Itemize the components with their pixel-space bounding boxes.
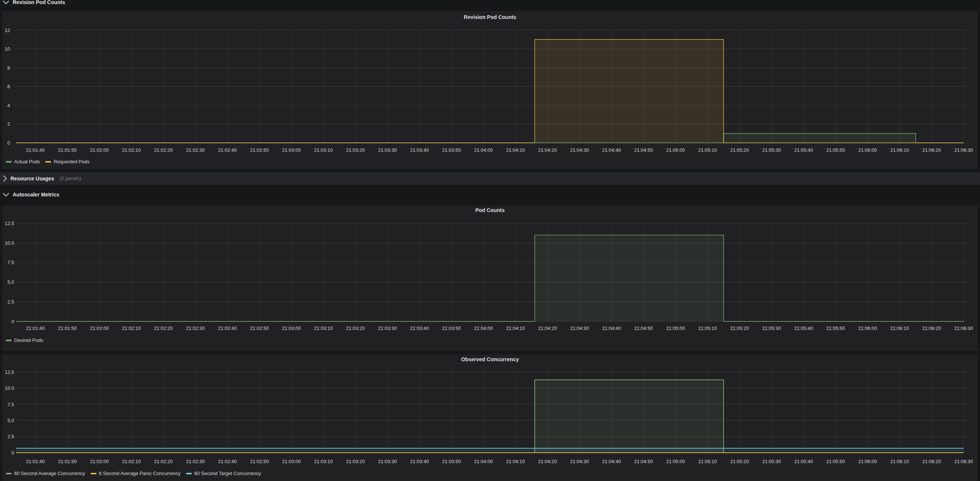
revision-pod-counts-chart[interactable]: 21:01:4021:01:5021:02:0021:02:1021:02:20…	[0, 11, 980, 169]
x-tick-label: 21:01:40	[26, 325, 45, 331]
row-resource-usages[interactable]: Resource Usages (2 panels)	[0, 172, 980, 184]
y-tick-label: 0	[8, 140, 10, 146]
legend-label: 6 Second Average Panic Concurrency	[99, 471, 181, 476]
x-tick-label: 21:03:30	[378, 325, 397, 331]
x-tick-label: 21:02:20	[154, 459, 173, 464]
x-tick-label: 21:05:00	[666, 325, 685, 331]
x-tick-label: 21:01:50	[58, 325, 77, 331]
legend-item[interactable]: 60 Second Average Concurrency	[6, 471, 85, 476]
chevron-down-icon	[3, 192, 9, 197]
series-line	[16, 235, 964, 321]
x-tick-label: 21:04:40	[602, 147, 621, 153]
pod-counts-chart[interactable]: 21:01:4021:01:5021:02:0021:02:1021:02:20…	[0, 206, 980, 351]
x-tick-label: 21:02:40	[218, 147, 237, 153]
x-tick-label: 21:04:30	[570, 147, 589, 153]
legend-label: Requested Pods	[54, 159, 89, 164]
x-tick-label: 21:05:20	[730, 147, 749, 153]
x-tick-label: 21:05:50	[826, 459, 845, 464]
legend-item[interactable]: Desired Pods	[6, 337, 43, 343]
x-tick-label: 21:02:00	[90, 325, 109, 331]
series-color-swatch	[6, 161, 11, 163]
legend-item[interactable]: 6 Second Average Panic Concurrency	[91, 471, 181, 476]
x-tick-label: 21:05:40	[794, 325, 813, 331]
series-color-swatch	[6, 473, 11, 474]
x-tick-label: 21:03:40	[410, 325, 429, 331]
x-tick-label: 21:04:00	[474, 459, 493, 464]
series-line	[16, 40, 964, 143]
y-tick-label: 10.0	[5, 240, 14, 246]
panel-revision-pod-counts: Revision Pod Counts 21:01:4021:01:5021:0…	[2, 11, 978, 169]
y-tick-label: 8	[8, 65, 10, 71]
x-tick-label: 21:05:10	[698, 147, 717, 153]
y-tick-label: 6	[8, 84, 10, 89]
x-tick-label: 21:03:50	[442, 147, 461, 153]
x-tick-label: 21:02:20	[154, 325, 173, 331]
series-color-swatch	[91, 473, 96, 474]
y-tick-label: 4	[8, 103, 10, 108]
row-title: Autoscaler Metrics	[13, 192, 59, 198]
x-tick-label: 21:04:50	[634, 459, 653, 464]
series-fill	[16, 448, 964, 453]
x-tick-label: 21:03:00	[282, 147, 301, 153]
x-tick-label: 21:06:30	[954, 459, 973, 464]
chevron-right-icon	[3, 175, 7, 182]
legend-item[interactable]: Requested Pods	[45, 159, 89, 164]
y-tick-label: 0	[11, 450, 14, 456]
y-tick-label: 2.5	[8, 434, 14, 439]
x-tick-label: 21:04:10	[506, 147, 525, 153]
x-tick-label: 21:05:10	[698, 325, 717, 331]
x-tick-label: 21:05:30	[762, 325, 781, 331]
x-tick-label: 21:04:20	[538, 459, 557, 464]
x-tick-label: 21:01:50	[58, 147, 77, 153]
series-fill	[16, 40, 964, 143]
x-tick-label: 21:02:30	[186, 147, 205, 153]
y-tick-label: 7.5	[8, 402, 14, 407]
series-fill	[16, 235, 964, 321]
x-tick-label: 21:02:40	[218, 325, 237, 331]
y-tick-label: 7.5	[8, 260, 14, 265]
chevron-down-icon	[3, 0, 9, 5]
x-tick-label: 21:03:50	[442, 459, 461, 464]
chart-legend: Actual PodsRequested Pods	[6, 159, 90, 164]
x-tick-label: 21:06:20	[922, 147, 941, 153]
legend-label: Actual Pods	[14, 159, 40, 164]
x-tick-label: 21:03:20	[346, 147, 365, 153]
x-tick-label: 21:02:10	[122, 325, 141, 331]
x-tick-label: 21:02:00	[90, 147, 109, 153]
x-tick-label: 21:03:00	[282, 459, 301, 464]
x-tick-label: 21:05:10	[698, 459, 717, 464]
x-tick-label: 21:04:10	[506, 325, 525, 331]
x-tick-label: 21:04:40	[602, 459, 621, 464]
series-line	[16, 380, 964, 453]
x-tick-label: 21:06:10	[890, 147, 909, 153]
legend-label: 60 Second Average Concurrency	[14, 471, 85, 476]
x-tick-label: 21:04:50	[634, 147, 653, 153]
x-tick-label: 21:03:20	[346, 459, 365, 464]
grafana-dashboard: { "theme": { "page_bg": "#161719", "pane…	[0, 0, 980, 481]
x-tick-label: 21:04:30	[570, 325, 589, 331]
row-autoscaler-metrics[interactable]: Autoscaler Metrics	[0, 189, 980, 200]
legend-item[interactable]: 60 Second Target Concurrency	[186, 471, 261, 476]
row-revision-pod-counts[interactable]: Revision Pod Counts	[0, 0, 980, 7]
x-tick-label: 21:05:50	[826, 147, 845, 153]
x-tick-label: 21:03:00	[282, 325, 301, 331]
x-tick-label: 21:06:00	[858, 147, 877, 153]
row-title: Resource Usages	[10, 176, 54, 181]
x-tick-label: 21:04:40	[602, 325, 621, 331]
x-tick-label: 21:03:10	[314, 459, 333, 464]
x-tick-label: 21:05:40	[794, 147, 813, 153]
y-tick-label: 12.5	[5, 221, 14, 226]
panel-observed-concurrency: Observed Concurrency 21:01:4021:01:5021:…	[2, 354, 978, 481]
x-tick-label: 21:02:30	[186, 459, 205, 464]
legend-label: 60 Second Target Concurrency	[194, 471, 261, 476]
x-tick-label: 21:03:40	[410, 147, 429, 153]
y-tick-label: 12	[5, 27, 10, 33]
series-color-swatch	[186, 473, 192, 474]
x-tick-label: 21:05:40	[794, 459, 813, 464]
y-tick-label: 0	[11, 319, 14, 324]
observed-concurrency-chart[interactable]: 21:01:4021:01:5021:02:0021:02:1021:02:20…	[0, 354, 980, 481]
x-tick-label: 21:05:00	[666, 147, 685, 153]
legend-item[interactable]: Actual Pods	[6, 159, 40, 164]
x-tick-label: 21:06:00	[858, 459, 877, 464]
x-tick-label: 21:03:40	[410, 459, 429, 464]
